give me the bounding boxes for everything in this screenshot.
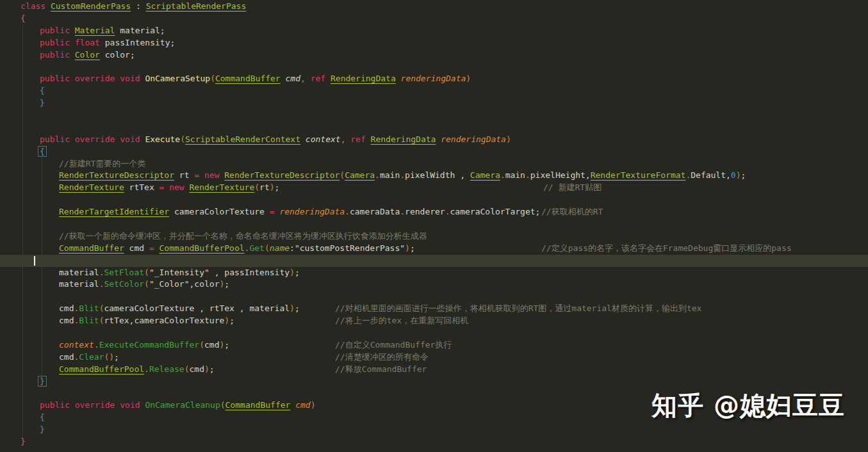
code-line[interactable]: RenderTexture rtTex = new RenderTexture(… — [0, 182, 868, 194]
code-token: ( — [340, 170, 345, 180]
code-token: public override void — [40, 74, 145, 83]
code-line[interactable] — [0, 194, 868, 206]
code-token: ; — [295, 303, 300, 313]
code-token: Get — [249, 243, 264, 253]
code-token: cameraData — [350, 207, 400, 216]
code-token: ; — [224, 340, 229, 350]
code-token: CustomRenderPass — [51, 1, 131, 11]
code-line[interactable]: //新建RT需要的一个类 — [0, 158, 868, 170]
code-token: name — [270, 243, 290, 253]
code-line[interactable]: cmd.Clear();//清楚缓冲区的所有命令 — [0, 351, 868, 364]
code-token: = — [194, 170, 199, 180]
code-token — [154, 243, 160, 253]
code-token: ScriptableRenderContext — [185, 134, 300, 144]
code-token: CommandBufferPool — [59, 364, 144, 374]
code-token: rt — [174, 170, 194, 180]
code-line[interactable] — [0, 61, 868, 73]
code-line[interactable]: { — [0, 85, 868, 97]
code-line[interactable]: public override void OnCameraSetup(Comma… — [0, 73, 868, 85]
code-token: context — [306, 134, 341, 144]
code-token: passIntensity; — [105, 38, 176, 47]
code-token: ; — [410, 243, 415, 253]
code-token — [366, 134, 371, 144]
code-line[interactable]: CommandBuffer cmd = CommandBufferPool.Ge… — [0, 243, 868, 255]
code-token: public override void — [40, 134, 145, 144]
code-token: ScriptableRenderPass — [146, 1, 247, 11]
code-line[interactable] — [0, 291, 868, 303]
code-token: public — [40, 50, 75, 60]
code-token: ( — [180, 134, 185, 144]
code-token: main — [380, 170, 400, 180]
code-token: ) — [466, 74, 471, 83]
code-token: new — [204, 170, 219, 180]
code-token: RenderTextureFormat — [591, 170, 686, 180]
code-token: SetFloat — [104, 268, 144, 277]
code-token: } — [40, 98, 45, 108]
inline-comment: //将上一步的tex，在重新写回相机 — [335, 315, 468, 327]
code-token — [306, 74, 311, 83]
code-token: cmd — [124, 243, 149, 253]
code-line[interactable]: class CustomRenderPass : ScriptableRende… — [0, 1, 868, 13]
code-token: CommandBufferPool — [160, 243, 245, 253]
code-line[interactable]: material.SetColor("_Color",color); — [0, 278, 868, 291]
code-token: pixelHeight, — [530, 170, 591, 180]
code-line[interactable]: public float passIntensity; — [0, 37, 868, 49]
code-token: cmd — [295, 400, 310, 410]
code-token: OnCameraSetup — [145, 74, 210, 83]
code-token: ,color — [190, 279, 220, 289]
current-code-line[interactable] — [0, 255, 868, 267]
code-line[interactable]: cmd.Blit(rtTex,cameraColorTexture);//将上一… — [0, 315, 868, 327]
code-token: CommandBuffer — [59, 243, 124, 253]
code-token: ( — [220, 400, 225, 410]
code-token: ( — [184, 364, 190, 374]
code-line[interactable] — [0, 327, 868, 339]
code-token: . — [400, 170, 405, 180]
code-line[interactable]: public override void Execute(ScriptableR… — [0, 134, 868, 146]
code-token: Material — [75, 26, 115, 35]
code-editor[interactable]: class CustomRenderPass : ScriptableRende… — [0, 0, 868, 452]
code-token: "_Intensity" — [149, 268, 209, 277]
code-line[interactable]: } — [0, 97, 868, 109]
code-token: RenderTextureDescriptor — [59, 170, 174, 180]
code-token: . — [525, 170, 530, 180]
code-token: } — [38, 376, 47, 387]
inline-comment: //清楚缓冲区的所有命令 — [335, 351, 429, 364]
text-cursor — [34, 256, 35, 266]
code-line[interactable]: } — [0, 436, 868, 448]
code-line[interactable]: RenderTargetIdentifier cameraColorTextur… — [0, 206, 868, 218]
code-line[interactable]: { — [0, 13, 868, 25]
code-token: OnCameraCleanup — [145, 400, 220, 410]
code-line[interactable]: { — [0, 146, 868, 158]
code-token: = — [149, 243, 154, 253]
code-line[interactable] — [0, 109, 868, 122]
code-line[interactable] — [0, 218, 868, 230]
code-token: cmd — [204, 340, 219, 350]
code-line[interactable]: } — [0, 376, 868, 388]
code-token: renderingData — [279, 207, 345, 216]
code-line[interactable]: public Material material; — [0, 25, 868, 37]
code-token: ; — [295, 268, 300, 277]
code-token: public — [40, 26, 75, 35]
code-token: //新建RT需要的一个类 — [59, 159, 145, 168]
code-token: ) — [736, 170, 741, 180]
code-token: color; — [100, 50, 135, 60]
code-token: main — [505, 170, 525, 180]
code-line[interactable]: RenderTextureDescriptor rt = new RenderT… — [0, 170, 868, 182]
code-line[interactable]: material.SetFloat("_Intensity" , passInt… — [0, 267, 868, 279]
code-token: rt — [259, 182, 270, 192]
code-token: RenderTargetIdentifier — [59, 207, 169, 216]
code-line[interactable]: } — [0, 424, 868, 436]
code-token: ; — [114, 352, 119, 362]
code-line[interactable]: cmd.Blit(cameraColorTexture , rtTex , ma… — [0, 303, 868, 315]
code-token: . — [345, 207, 350, 216]
code-line[interactable]: public Color color; — [0, 49, 868, 61]
code-line[interactable]: context.ExecuteCommandBuffer(cmd);//自定义C… — [0, 339, 868, 351]
code-token — [199, 170, 204, 180]
code-token: 0 — [731, 170, 736, 180]
code-line[interactable]: //获取一个新的命令缓冲区，并分配一个名称，命名命名缓冲区将为缓冲区执行饮食添加… — [0, 230, 868, 243]
code-token: "customPostRenderPass" — [295, 243, 405, 253]
code-token: cameraColorTexture — [169, 207, 270, 216]
inline-comment: //对相机里面的画面进行一些操作，将相机获取到的RT图，通过material材质… — [335, 303, 701, 315]
code-line[interactable]: CommandBufferPool.Release(cmd);//释放Comma… — [0, 364, 868, 376]
code-line[interactable] — [0, 122, 868, 134]
